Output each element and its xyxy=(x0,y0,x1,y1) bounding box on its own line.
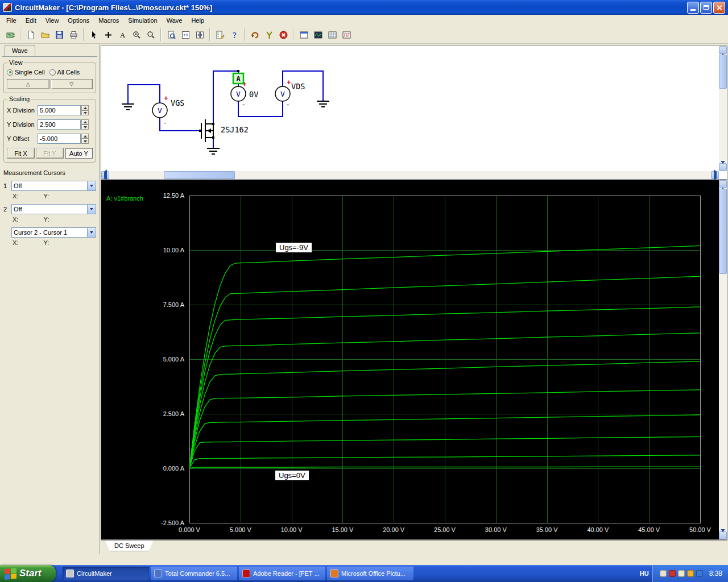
menu-file[interactable]: File xyxy=(2,15,21,26)
waveform-plot[interactable] xyxy=(189,196,701,523)
scroll-left-icon[interactable] xyxy=(101,171,109,179)
print-button[interactable] xyxy=(67,28,80,41)
taskbar-button-3[interactable]: Adobe Reader - [FET ... xyxy=(239,567,325,580)
waveform-window-button[interactable] xyxy=(340,28,353,41)
pan-down-button[interactable]: ▽ xyxy=(51,79,93,89)
scroll-up-icon[interactable] xyxy=(719,46,727,54)
help-button[interactable]: ? xyxy=(228,28,241,41)
menu-view[interactable]: View xyxy=(41,15,64,26)
radio-unselected-icon xyxy=(49,69,56,76)
x-division-label: X Division xyxy=(7,107,38,114)
auto-y-button[interactable]: Auto Y xyxy=(65,148,93,159)
spin-up-icon[interactable] xyxy=(81,134,89,139)
ammeter-source[interactable]: V + - 0V A xyxy=(231,73,258,109)
taskbar-button-1[interactable]: CircuitMaker xyxy=(63,567,149,580)
chevron-down-icon[interactable] xyxy=(87,228,96,237)
cursor-1-select[interactable]: Off xyxy=(11,181,96,191)
circuit-board-button[interactable] xyxy=(3,28,17,41)
y-offset-spinner[interactable] xyxy=(81,134,89,144)
restore-button[interactable] xyxy=(700,2,712,14)
tab-wave[interactable]: Wave xyxy=(5,45,35,56)
menu-simulation[interactable]: Simulation xyxy=(123,15,162,26)
menu-wave[interactable]: Wave xyxy=(162,15,187,26)
y-division-input[interactable] xyxy=(38,119,81,130)
tray-antivirus-icon[interactable] xyxy=(669,570,676,577)
scroll-down-icon[interactable] xyxy=(719,163,727,171)
tray-volume-icon[interactable] xyxy=(678,570,685,577)
digital-window-button[interactable] xyxy=(297,28,311,41)
save-button[interactable] xyxy=(52,28,66,41)
titlebar: CircuitMaker - [C:\Program Files\...\Pmo… xyxy=(0,0,728,15)
probe-icon xyxy=(264,30,274,40)
menu-options[interactable]: Options xyxy=(63,15,94,26)
start-button[interactable]: Start xyxy=(0,565,56,582)
tray-network-icon[interactable] xyxy=(696,570,703,577)
tray-update-icon[interactable] xyxy=(687,570,694,577)
language-indicator[interactable]: HU xyxy=(636,570,652,577)
radio-single-cell[interactable]: Single Cell xyxy=(7,69,45,76)
taskbar-button-icon xyxy=(242,569,250,577)
view-group-caption: View xyxy=(7,59,24,66)
y-offset-input[interactable] xyxy=(38,134,81,144)
spin-down-icon[interactable] xyxy=(81,139,89,144)
taskbar-button-4[interactable]: Microsoft Office Pictu... xyxy=(327,567,413,580)
y-division-spinner[interactable] xyxy=(81,119,89,130)
radio-all-cells[interactable]: All Cells xyxy=(49,69,80,76)
fit-x-button[interactable]: Fit X xyxy=(7,148,35,159)
x-division-spinner[interactable] xyxy=(81,105,89,115)
probe-button[interactable] xyxy=(262,28,276,41)
vgs-source[interactable]: V + - VGS xyxy=(152,94,184,127)
spin-down-icon[interactable] xyxy=(81,124,89,130)
new-file-button[interactable] xyxy=(24,28,38,41)
vds-source[interactable]: V + - VDS xyxy=(275,78,305,109)
cursor-2-x-label: X: xyxy=(13,216,18,223)
chevron-down-icon[interactable] xyxy=(87,205,96,214)
schematic-canvas[interactable]: V + - VGS V + - 0V A V + - VDS 2SJ16 xyxy=(101,46,719,171)
plus-icon: + xyxy=(287,78,291,86)
scroll-right-icon[interactable] xyxy=(711,171,719,179)
menu-help[interactable]: Help xyxy=(187,15,209,26)
x-division-input[interactable] xyxy=(38,105,81,115)
taskbar-button-2[interactable]: Total Commander 6.5... xyxy=(151,567,237,580)
cursor-diff-select[interactable]: Cursor 2 - Cursor 1 xyxy=(11,227,96,238)
tray-pen-icon[interactable] xyxy=(660,570,667,577)
select-arrow-icon xyxy=(89,30,99,40)
waveform-vertical-scrollbar[interactable] xyxy=(719,180,727,539)
scroll-up-icon[interactable] xyxy=(719,180,727,188)
tab-dc-sweep[interactable]: DC Sweep xyxy=(105,541,154,551)
search-document-button[interactable] xyxy=(164,28,178,41)
scrollbar-thumb[interactable] xyxy=(719,55,727,89)
chevron-down-icon[interactable] xyxy=(87,181,96,190)
open-folder-button[interactable] xyxy=(38,28,52,41)
split-view-button[interactable] xyxy=(193,28,206,41)
close-button[interactable] xyxy=(713,2,725,14)
pan-up-button[interactable]: △ xyxy=(7,79,49,89)
spin-down-icon[interactable] xyxy=(81,110,89,115)
zoom-tool-button[interactable] xyxy=(144,28,158,41)
fit-to-page-button[interactable] xyxy=(179,28,192,41)
logic-grid-button[interactable] xyxy=(325,28,339,41)
text-tool-button[interactable]: A xyxy=(115,28,129,41)
zoom-in-button[interactable] xyxy=(130,28,143,41)
simulation-setup-button[interactable] xyxy=(213,28,227,41)
spin-up-icon[interactable] xyxy=(81,105,89,110)
stop-simulation-button[interactable] xyxy=(276,28,290,41)
schematic-vertical-scrollbar[interactable] xyxy=(719,46,727,171)
pmos-transistor-icon[interactable] xyxy=(201,119,213,142)
oscilloscope-button[interactable] xyxy=(311,28,325,41)
triangle-down-icon: ▽ xyxy=(69,81,73,87)
add-part-button[interactable] xyxy=(101,28,115,41)
menu-edit[interactable]: Edit xyxy=(21,15,41,26)
select-arrow-button[interactable] xyxy=(87,28,101,41)
schematic-horizontal-scrollbar[interactable] xyxy=(101,171,719,179)
toolbar-separator xyxy=(20,28,21,41)
scrollbar-thumb[interactable] xyxy=(164,171,235,179)
minimize-button[interactable] xyxy=(687,2,699,14)
y-offset-label: Y Offset xyxy=(7,135,38,142)
cursor-2-select[interactable]: Off xyxy=(11,204,96,214)
spin-up-icon[interactable] xyxy=(81,119,89,124)
menu-macros[interactable]: Macros xyxy=(94,15,123,26)
scrollbar-thumb[interactable] xyxy=(719,189,727,274)
scroll-down-icon[interactable] xyxy=(719,531,727,539)
undo-button[interactable] xyxy=(248,28,262,41)
